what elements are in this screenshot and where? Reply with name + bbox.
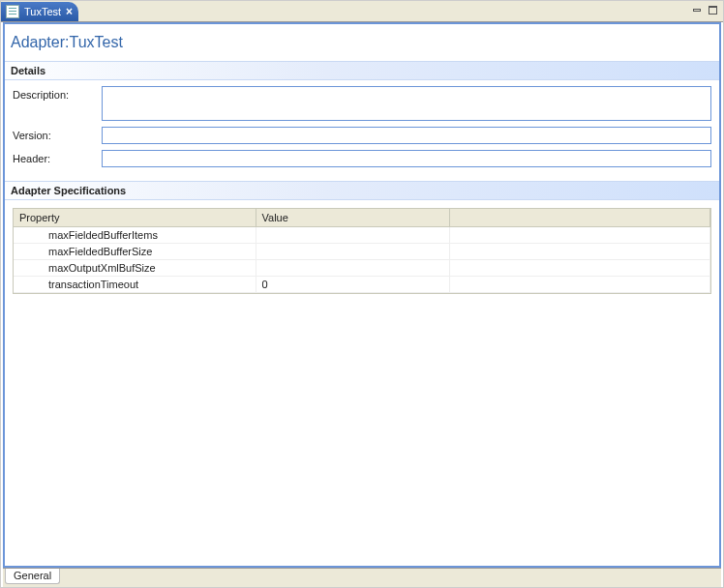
bottom-tabbar: General — [3, 568, 721, 587]
editor-tab-label: TuxTest — [24, 6, 61, 17]
page-title: Adapter:TuxTest — [5, 24, 719, 61]
specs-body: Property Value maxFieldedBufferItems ma — [5, 200, 719, 302]
editor-window: TuxTest × Adapter:TuxTest Details Descri… — [0, 0, 724, 588]
spec-table-wrap: Property Value maxFieldedBufferItems ma — [13, 208, 711, 294]
cell-empty — [449, 276, 710, 292]
editor-content: Adapter:TuxTest Details Description: Ver… — [3, 22, 721, 568]
spec-table: Property Value maxFieldedBufferItems ma — [14, 209, 710, 293]
section-header-specs: Adapter Specifications — [5, 181, 719, 200]
cell-empty — [449, 259, 710, 276]
row-description: Description: — [13, 86, 711, 121]
cell-empty — [449, 226, 710, 243]
editor-tabbar: TuxTest × — [1, 1, 723, 22]
cell-property: maxOutputXmlBufSize — [14, 259, 256, 276]
details-body: Description: Version: Header: — [5, 80, 719, 181]
cell-property: maxFieldedBufferItems — [14, 226, 256, 243]
minimize-icon[interactable] — [690, 3, 704, 16]
tab-general[interactable]: General — [5, 569, 60, 584]
cell-value[interactable] — [256, 259, 449, 276]
window-controls — [690, 3, 719, 16]
document-icon — [6, 5, 19, 18]
col-header-property[interactable]: Property — [14, 209, 256, 226]
row-header: Header: — [13, 150, 711, 167]
table-row[interactable]: transactionTimeout 0 — [14, 276, 710, 292]
header-input[interactable] — [102, 150, 711, 167]
label-description: Description: — [13, 86, 96, 101]
label-header: Header: — [13, 150, 96, 164]
col-header-empty[interactable] — [449, 209, 710, 226]
cell-property: maxFieldedBufferSize — [14, 243, 256, 259]
editor-tab-tuxtest[interactable]: TuxTest × — [1, 2, 78, 21]
table-header-row: Property Value — [14, 209, 710, 226]
table-row[interactable]: maxFieldedBufferItems — [14, 226, 710, 243]
col-header-value[interactable]: Value — [256, 209, 449, 226]
cell-value[interactable] — [256, 243, 449, 259]
close-icon[interactable]: × — [66, 6, 73, 17]
cell-value[interactable] — [256, 226, 449, 243]
version-input[interactable] — [102, 127, 711, 144]
cell-value[interactable]: 0 — [256, 276, 449, 292]
table-row[interactable]: maxOutputXmlBufSize — [14, 259, 710, 276]
cell-property: transactionTimeout — [14, 276, 256, 292]
maximize-icon[interactable] — [706, 3, 719, 16]
label-version: Version: — [13, 127, 96, 141]
row-version: Version: — [13, 127, 711, 144]
table-row[interactable]: maxFieldedBufferSize — [14, 243, 710, 259]
description-input[interactable] — [102, 86, 711, 121]
spacer — [5, 302, 719, 567]
section-header-details: Details — [5, 61, 719, 80]
cell-empty — [449, 243, 710, 259]
